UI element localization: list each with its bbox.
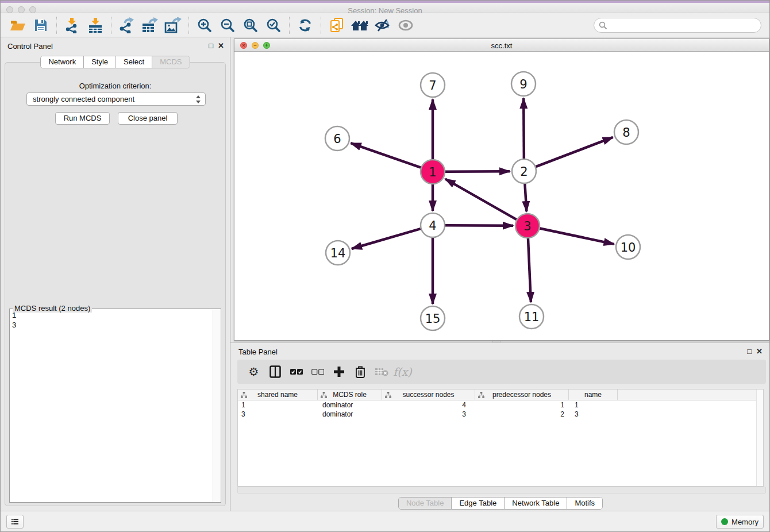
zoom-in-button[interactable] [193, 15, 216, 36]
table-cell[interactable]: 4 [382, 400, 475, 410]
refresh-view-button[interactable] [294, 15, 317, 36]
gear-icon: ⚙ [249, 366, 259, 377]
delete-column-button[interactable] [349, 362, 371, 381]
tab-node-table[interactable]: Node Table [399, 498, 452, 509]
import-table-button[interactable] [84, 15, 107, 36]
zoom-fit-button[interactable] [239, 15, 262, 36]
table-hscroll[interactable] [237, 487, 766, 494]
graph-edge-2-9[interactable] [523, 98, 524, 159]
import-network-button[interactable] [61, 15, 84, 36]
table-row[interactable]: 1dominator411 [238, 400, 763, 410]
zoom-out-button[interactable] [216, 15, 239, 36]
node-label: 4 [429, 219, 436, 233]
select-all-columns-button[interactable] [286, 362, 307, 381]
table-cell[interactable]: 3 [382, 410, 475, 419]
graph-node-8[interactable]: 8 [614, 120, 638, 144]
table-cell[interactable]: 1 [238, 400, 318, 410]
table-cell[interactable]: 2 [475, 410, 569, 419]
table-settings-button[interactable]: ⚙ [243, 362, 264, 381]
table-cell[interactable]: 3 [569, 410, 618, 419]
graph-edge-3-11[interactable] [528, 238, 531, 302]
graph-edge-4-3[interactable] [445, 225, 513, 226]
import-network-icon [64, 17, 80, 33]
optimization-criterion-select[interactable]: strongly connected component [26, 92, 206, 106]
graph-edge-3-10[interactable] [540, 229, 614, 244]
hide-graphics-button[interactable] [371, 15, 394, 36]
close-table-panel-icon[interactable]: ✕ [756, 347, 763, 356]
trash-icon [355, 365, 365, 378]
network-view-window: × − + scc.txt 7968124314101511 [234, 38, 769, 341]
tab-network[interactable]: Network [41, 56, 83, 68]
graph-node-11[interactable]: 11 [519, 304, 544, 329]
save-session-button[interactable] [29, 15, 52, 36]
column-header-successor-nodes[interactable]: successor nodes [382, 390, 475, 400]
tab-edge-table[interactable]: Edge Table [451, 498, 504, 509]
graph-edge-2-3[interactable] [525, 184, 526, 211]
export-table-button[interactable] [138, 15, 161, 36]
graph-node-14[interactable]: 14 [326, 241, 350, 265]
tab-motifs[interactable]: Motifs [567, 498, 602, 509]
column-view-button[interactable] [264, 362, 286, 381]
task-history-button[interactable] [6, 515, 24, 529]
graph-node-9[interactable]: 9 [511, 72, 536, 96]
run-mcds-button[interactable]: Run MCDS [55, 112, 110, 125]
table-cell[interactable]: dominator [318, 400, 382, 410]
column-header-name[interactable]: name [569, 390, 618, 400]
table-cell[interactable]: dominator [318, 410, 382, 419]
column-header-shared-name[interactable]: shared name [238, 390, 318, 400]
column-header-MCDS-role[interactable]: MCDS role [318, 390, 382, 400]
table-cell[interactable]: 3 [238, 410, 318, 419]
zoom-selected-button[interactable] [262, 15, 285, 36]
graph-edge-4-14[interactable] [352, 229, 421, 249]
open-folder-icon [10, 18, 26, 32]
table-cell[interactable]: 1 [569, 400, 618, 410]
graph-node-3[interactable]: 3 [515, 214, 540, 238]
tab-mcds[interactable]: MCDS [152, 56, 189, 68]
graph-node-15[interactable]: 15 [421, 306, 445, 330]
network-graph[interactable]: 7968124314101511 [234, 52, 769, 341]
mcds-tab-content: Optimization criterion: strongly connect… [5, 62, 226, 506]
search-input[interactable] [607, 21, 756, 30]
export-network-button[interactable] [116, 15, 138, 36]
memory-label: Memory [732, 518, 759, 526]
float-table-panel-icon[interactable]: □ [747, 347, 752, 356]
column-header-predecessor-nodes[interactable]: predecessor nodes [475, 390, 569, 400]
open-session-button[interactable] [6, 15, 29, 36]
close-panel-button[interactable]: Close panel [118, 112, 178, 125]
unselect-all-columns-button[interactable] [307, 362, 328, 381]
network-window-titlebar[interactable]: × − + scc.txt [234, 39, 769, 52]
close-panel-icon[interactable]: ✕ [218, 41, 224, 50]
result-scrollbar[interactable] [213, 310, 220, 502]
graph-node-2[interactable]: 2 [512, 159, 536, 183]
export-image-button[interactable] [161, 15, 184, 36]
network-canvas[interactable]: 7968124314101511 [234, 52, 769, 340]
mcds-result-list[interactable]: 1 3 [12, 310, 211, 501]
graph-node-7[interactable]: 7 [421, 73, 445, 97]
graph-edge-1-6[interactable] [351, 143, 421, 167]
graph-node-1[interactable]: 1 [421, 160, 445, 184]
table-cell[interactable]: 1 [475, 400, 569, 410]
show-graphics-button[interactable] [394, 15, 417, 36]
tab-style[interactable]: Style [83, 56, 116, 68]
graph-node-4[interactable]: 4 [421, 213, 445, 237]
table-row[interactable]: 3dominator323 [238, 410, 763, 419]
memory-status-icon [721, 518, 728, 525]
network-window-title: scc.txt [234, 41, 769, 50]
search-box[interactable] [594, 18, 761, 33]
create-column-button[interactable] [328, 362, 349, 381]
memory-button[interactable]: Memory [716, 515, 764, 529]
clone-network-button[interactable] [325, 15, 348, 36]
plus-icon [333, 366, 345, 377]
tab-select[interactable]: Select [116, 56, 152, 68]
float-panel-icon[interactable]: □ [209, 41, 213, 50]
graph-node-6[interactable]: 6 [325, 126, 349, 151]
home-layout-button[interactable] [348, 15, 371, 36]
graph-edge-1-2[interactable] [445, 171, 510, 172]
table-panel-header: Table Panel □ ✕ [230, 343, 770, 359]
graph-edge-2-8[interactable] [536, 137, 613, 167]
graph-edge-3-1[interactable] [445, 179, 517, 219]
graph-node-10[interactable]: 10 [616, 235, 640, 259]
tab-network-table[interactable]: Network Table [504, 498, 567, 509]
table-scrollbar[interactable] [756, 390, 763, 486]
delete-table-icon [375, 367, 388, 376]
